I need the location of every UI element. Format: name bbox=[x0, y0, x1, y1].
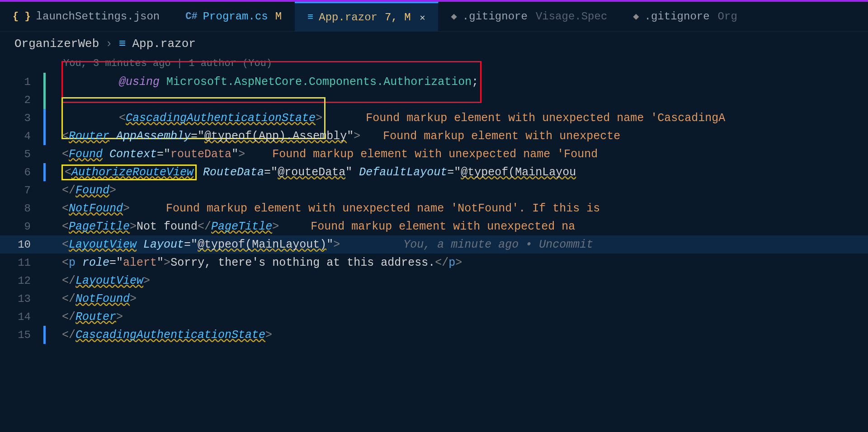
line-number[interactable]: 1 bbox=[0, 76, 43, 88]
tab-label: App.razor bbox=[319, 11, 377, 23]
razor-icon: ≡ bbox=[307, 12, 313, 23]
close-icon[interactable]: ✕ bbox=[420, 12, 425, 23]
inline-error: Found markup element with unexpected nam… bbox=[272, 148, 598, 161]
json-icon: { } bbox=[13, 11, 31, 22]
line-number[interactable]: 8 bbox=[0, 202, 43, 215]
csharp-icon: C# bbox=[185, 11, 197, 22]
git-blame-inline: You, a minute ago • Uncommit bbox=[403, 238, 593, 251]
tab-label: Program.cs bbox=[203, 10, 268, 23]
line-number[interactable]: 13 bbox=[0, 293, 43, 305]
line-number[interactable]: 10 bbox=[0, 239, 43, 251]
code-line[interactable]: <NotFound>Found markup element with unex… bbox=[46, 202, 607, 215]
line-number[interactable]: 2 bbox=[0, 94, 43, 106]
code-line[interactable]: <AuthorizeRouteView RouteData="@routeDat… bbox=[46, 165, 576, 180]
tab-detail: Visage.Spec bbox=[536, 10, 607, 23]
gitignore-icon: ◆ bbox=[451, 10, 457, 23]
modified-indicator: M bbox=[275, 10, 282, 23]
line-number[interactable]: 6 bbox=[0, 166, 43, 178]
line-number[interactable]: 7 bbox=[0, 184, 43, 197]
line-number[interactable]: 5 bbox=[0, 148, 43, 160]
tab-gitignore-1[interactable]: ◆ .gitignore Visage.Spec bbox=[439, 2, 621, 31]
line-number[interactable]: 12 bbox=[0, 275, 43, 287]
line-number[interactable]: 15 bbox=[0, 329, 43, 341]
breadcrumb[interactable]: OrganizerWeb › ≡ App.razor bbox=[0, 32, 868, 56]
tab-gitignore-2[interactable]: ◆ .gitignore Org bbox=[620, 2, 750, 31]
tab-bar: { } launchSettings.json C# Program.cs M … bbox=[0, 2, 868, 32]
tab-label: .gitignore bbox=[462, 10, 528, 23]
tab-detail: Org bbox=[718, 10, 737, 23]
code-line[interactable]: <PageTitle>Not found</PageTitle>Found ma… bbox=[46, 220, 575, 233]
code-line[interactable]: @using Microsoft.AspNetCore.Components.A… bbox=[46, 61, 481, 103]
tab-label: launchSettings.json bbox=[36, 10, 160, 23]
tab-launchsettings[interactable]: { } launchSettings.json bbox=[0, 2, 173, 31]
inline-error: Found markup element with unexpected nam… bbox=[166, 202, 607, 215]
line-number[interactable]: 14 bbox=[0, 311, 43, 323]
modified-indicator: 7, M bbox=[385, 11, 411, 23]
code-line[interactable]: </NotFound> bbox=[46, 292, 137, 305]
inline-error: Found markup element with unexpected nam… bbox=[366, 112, 725, 125]
code-line[interactable]: </CascadingAuthenticationState> bbox=[46, 329, 272, 342]
code-line[interactable]: <p role="alert">Sorry, there's nothing a… bbox=[46, 256, 462, 269]
code-line[interactable]: <LayoutView Layout="@typeof(MainLayout)"… bbox=[46, 238, 593, 251]
line-number[interactable]: 4 bbox=[0, 130, 43, 142]
line-number[interactable]: 11 bbox=[0, 257, 43, 269]
tab-label: .gitignore bbox=[645, 10, 710, 23]
tab-app-razor[interactable]: ≡ App.razor 7, M ✕ bbox=[295, 2, 438, 31]
code-line[interactable]: </LayoutView> bbox=[46, 274, 150, 287]
line-number[interactable]: 3 bbox=[0, 112, 43, 124]
breadcrumb-root[interactable]: OrganizerWeb bbox=[14, 37, 99, 51]
inline-error: Found markup element with unexpected na bbox=[311, 220, 575, 233]
code-line[interactable]: </Router> bbox=[46, 310, 123, 324]
breadcrumb-file[interactable]: App.razor bbox=[132, 37, 195, 51]
chevron-right-icon: › bbox=[105, 37, 113, 51]
tab-program[interactable]: C# Program.cs M bbox=[173, 2, 295, 31]
razor-icon: ≡ bbox=[119, 37, 126, 51]
inline-error: Found markup element with unexpecte bbox=[383, 130, 620, 143]
code-line[interactable]: <Router AppAssembly="@typeof(App).Assemb… bbox=[46, 130, 620, 143]
code-line[interactable]: <Found Context="routeData">Found markup … bbox=[46, 148, 598, 161]
line-number[interactable]: 9 bbox=[0, 221, 43, 233]
code-line[interactable]: </Found> bbox=[46, 184, 116, 197]
code-editor[interactable]: 1 @using Microsoft.AspNetCore.Components… bbox=[0, 73, 868, 344]
gitignore-icon: ◆ bbox=[633, 10, 639, 23]
